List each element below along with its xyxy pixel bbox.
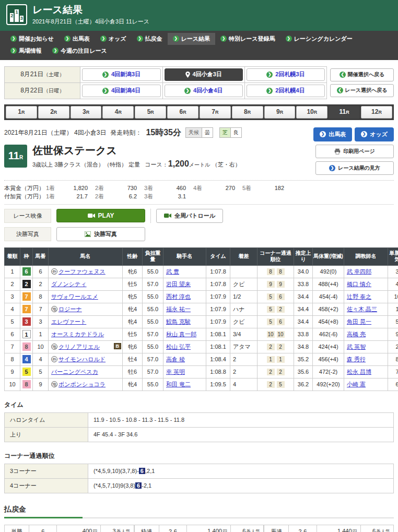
horse-name-link[interactable]: クリノアリエル [58,344,100,350]
payout-amount: 400円 [57,525,101,532]
race-tab-8R[interactable]: 8R [232,106,263,119]
jockey-name-link[interactable]: 西村 淳也 [166,293,191,300]
nav-item-出馬表[interactable]: ❯出馬表 [59,33,95,45]
back-button-開催選択へ戻る[interactable]: ❮開催選択へ戻る [330,68,394,81]
payout-amount: 1,440円 [317,525,360,532]
finish-position: 7 [5,340,20,353]
last-3f: 35.2 [294,353,313,365]
result-guide-button[interactable]: ❯レース結果の見方 [315,161,394,175]
horse-name-link[interactable]: オースミカテドラル [51,331,104,337]
race-tab-1R[interactable]: 1R [6,106,37,119]
table-row: 955バーニングペスカ牡657.0幸 英明1:08.822235.6472(-2… [5,365,398,378]
trainer-name-link[interactable]: 武 幸四郎 [347,268,371,275]
nav-item-特別レース登録馬[interactable]: ❯特別レース登録馬 [215,33,280,45]
race-tab-12R[interactable]: 12R [361,106,392,119]
date-row: 8月22日（日曜）❯4回新潟4日❯4回小倉4日❯2回札幌4日 [5,82,327,99]
race-tab-4R[interactable]: 4R [102,106,134,119]
nav-item-レース結果[interactable]: ❯レース結果 [168,33,216,45]
arrow-icon: ❯ [64,36,71,42]
win-favorite-rank: 8 [388,353,398,365]
jockey-name-link[interactable]: 福永 祐一 [166,306,191,312]
nav-item-払戻金[interactable]: ❯払戻金 [132,33,168,45]
horse-weight: 424(+4) [313,340,344,353]
print-page-button[interactable]: 印刷用ページ [315,145,394,158]
shutsuba-button[interactable]: ❯出馬表 [313,127,352,141]
prize-money: 本賞金（万円）1着1,8202着7303着4604着2705着182 付加賞（万… [4,180,394,205]
nav-item-レーシングカレンダー[interactable]: ❯レーシングカレンダー [280,33,358,45]
nav-item-label: 馬場情報 [19,47,42,55]
jockey-name-link[interactable]: 武 豊 [166,268,179,275]
venue-button-4回新潟4日[interactable]: ❯4回新潟4日 [82,85,160,97]
race-tab-7R[interactable]: 7R [200,106,231,119]
trainer-name-link[interactable]: 小崎 憲 [347,381,366,387]
horse-name-link[interactable]: ボンボンショコラ [58,381,106,387]
prize-rank: 3着 [144,192,160,201]
horse-weight: 458(+2) [313,303,344,315]
finish-photo-row: 決勝写真 決勝写真 [4,227,394,241]
nav-item-開催お知らせ[interactable]: ❯開催お知らせ [5,33,59,45]
venue-button-4回新潟3日[interactable]: ❯4回新潟3日 [82,68,160,81]
race-tab-number: 10 [307,108,313,115]
race-tab-6R[interactable]: 6R [167,106,198,119]
day-text: （土曜） [43,72,64,77]
corner-row-value: (*4,5,9,10)(3,7,8)-6,2,1 [88,464,394,478]
jockey-name-link[interactable]: 松山 弘平 [166,344,191,350]
corner-row-value: (*4,5,7,10)9(3,8)6-2,1 [88,478,394,493]
corner-position: 10 [267,331,275,338]
race-tab-suffix: R [314,110,318,115]
jockey-name-link[interactable]: 高倉 稜 [166,356,185,362]
jockey-name-link[interactable]: 岩田 望来 [166,281,191,287]
horse-name-link[interactable]: サヴォワールエメ [51,293,98,300]
race-tab-11R[interactable]: 11R [329,106,360,119]
race-tab-5R[interactable]: 5R [135,106,166,119]
race-tab-10R[interactable]: 10R [296,106,327,119]
venue-button-4回小倉3日[interactable]: 4回小倉3日 [165,68,243,81]
win-favorite-rank: 10 [388,290,398,303]
trainer-name-link[interactable]: 橋口 慎介 [347,281,371,287]
trainer-cell: 武 英智 [344,340,388,353]
venue-button-2回札幌4日[interactable]: ❯2回札幌4日 [247,85,325,97]
jockey-name-link[interactable]: 幸 英明 [166,369,185,375]
nav-item-今週の注目レース[interactable]: ❯今週の注目レース [47,45,112,57]
race-time: 1:09.5 [206,378,230,391]
horse-name-link[interactable]: ダノンシティ [51,281,87,287]
race-tab-3R[interactable]: 3R [71,106,102,119]
prize-rank: 3着 [144,184,160,193]
time-row: 上り4F 45.4 - 3F 34.6 [5,427,394,442]
jockey-name-link[interactable]: 和田 竜二 [166,381,191,387]
horse-name-link[interactable]: サイモンハロルド [58,356,106,362]
horse-name-link[interactable]: ロジーナ [58,306,82,312]
back-button-レース選択へ戻る[interactable]: ❮レース選択へ戻る [330,84,394,97]
venue-label: 4回新潟4日 [111,87,141,94]
nav-item-オッズ[interactable]: ❯オッズ [95,33,132,45]
horse-weight: 492(0) [313,265,344,278]
prize-value: 21.7 [62,192,88,201]
trainer-name-link[interactable]: 高橋 亮 [347,331,366,337]
last-3f: 33.8 [294,328,313,340]
jockey-name-link[interactable]: 鮫島 克駿 [166,318,191,325]
trainer-name-link[interactable]: 角田 晃一 [347,318,371,325]
trainer-name-link[interactable]: 佐々木 晶三 [347,306,377,312]
odds-button[interactable]: ❯オッズ [355,127,394,141]
trainer-name-link[interactable]: 辻野 泰之 [347,293,371,300]
horse-name-link[interactable]: バーニングペスカ [51,369,98,375]
jockey-name-link[interactable]: 秋山 真一郎 [166,331,196,337]
race-tab-9R[interactable]: 9R [264,106,296,119]
venue-button-2回札幌3日[interactable]: ❯2回札幌3日 [247,68,325,81]
patrol-video-button[interactable]: 全周パトロール [156,209,223,223]
sex-age: 牝6 [123,340,143,353]
trainer-name-link[interactable]: 松永 昌博 [347,369,371,375]
horse-name-link[interactable]: エレヴァート [51,318,86,325]
trainer-name-link[interactable]: 武 英智 [347,344,366,350]
finish-photo-button[interactable]: 決勝写真 [56,227,145,241]
race-meta: 2021年8月21日（土曜） 4回小倉3日 発走時刻：15時35分 天候 曇 芝… [4,127,394,141]
horse-name-link[interactable]: クーファウェヌス [58,268,106,275]
trainer-name-link[interactable]: 森 秀行 [347,356,366,362]
nav-item-馬場情報[interactable]: ❯馬場情報 [5,45,47,57]
race-tab-2R[interactable]: 2R [38,106,69,119]
play-button[interactable]: PLAY [56,209,145,222]
race-time: 1:08.1 [206,340,230,353]
last-3f: 34.8 [294,340,313,353]
venue-button-4回小倉4日[interactable]: ❯4回小倉4日 [165,85,243,97]
prize-value: 1,820 [62,184,88,193]
